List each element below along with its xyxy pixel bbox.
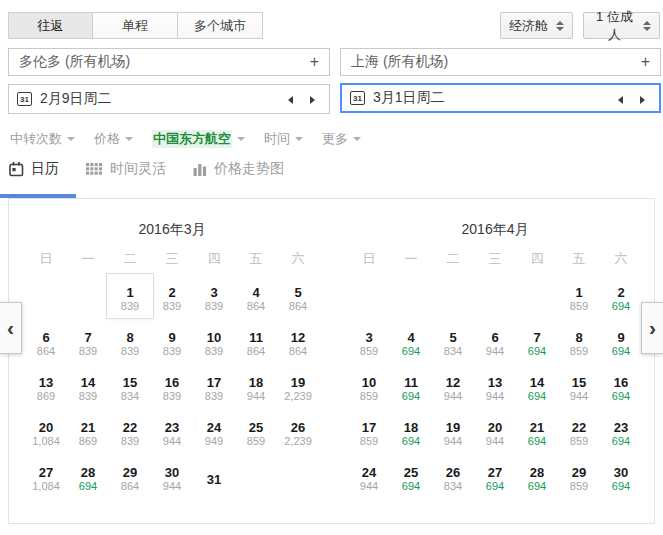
filter-price[interactable]: 价格 xyxy=(94,130,133,148)
calendar-day-cell[interactable]: 24949 xyxy=(193,410,235,455)
calendar-day-cell[interactable]: 1859 xyxy=(558,275,600,320)
calendar-day-cell[interactable]: 6864 xyxy=(25,320,67,365)
calendar-day-cell[interactable]: 3839 xyxy=(193,275,235,320)
prev-day-icon[interactable] xyxy=(618,96,623,104)
calendar-day-cell[interactable]: 20944 xyxy=(474,410,516,455)
calendar-day-cell[interactable]: 25694 xyxy=(390,455,432,500)
calendar-day-cell[interactable]: 201,084 xyxy=(25,410,67,455)
calendar-day-cell[interactable]: 16839 xyxy=(151,365,193,410)
depart-date-field[interactable]: 31 2月9日周二 xyxy=(8,84,330,114)
calendar-day-cell[interactable]: 15944 xyxy=(558,365,600,410)
calendar-day-cell[interactable]: 23694 xyxy=(600,410,642,455)
calendar-day-cell[interactable]: 9694 xyxy=(600,320,642,365)
calendar-day-cell[interactable]: 8839 xyxy=(109,320,151,365)
calendar-day-cell[interactable]: 5834 xyxy=(432,320,474,365)
calendar-day-cell[interactable]: 30944 xyxy=(151,455,193,500)
calendar-day-cell[interactable]: 16694 xyxy=(600,365,642,410)
calendar-day-cell[interactable]: 18694 xyxy=(390,410,432,455)
trip-tab-multicity[interactable]: 多个城市 xyxy=(178,12,263,39)
calendar-day-cell[interactable]: 30694 xyxy=(600,455,642,500)
filter-times[interactable]: 时间 xyxy=(264,130,303,148)
calendar-day-cell[interactable]: 13944 xyxy=(474,365,516,410)
day-number: 27 xyxy=(488,465,502,480)
calendar-day-cell[interactable]: 3859 xyxy=(348,320,390,365)
day-of-week-header: 五 xyxy=(558,243,600,275)
tab-calendar[interactable]: 日历 xyxy=(9,160,59,178)
calendar-day-cell[interactable]: 11864 xyxy=(235,320,277,365)
calendar-day-cell[interactable]: 14839 xyxy=(67,365,109,410)
calendar-day-cell[interactable]: 6944 xyxy=(474,320,516,365)
calendar-day-cell[interactable]: 25859 xyxy=(235,410,277,455)
calendar-day-cell[interactable]: 13869 xyxy=(25,365,67,410)
add-destination-airport-button[interactable]: + xyxy=(641,53,650,71)
calendar-day-cell[interactable]: 28694 xyxy=(516,455,558,500)
calendar-day-cell[interactable]: 2839 xyxy=(151,275,193,320)
calendar-day-cell[interactable]: 21694 xyxy=(516,410,558,455)
calendar-day-cell[interactable]: 22839 xyxy=(109,410,151,455)
calendar-day-cell[interactable]: 8859 xyxy=(558,320,600,365)
next-day-icon[interactable] xyxy=(640,96,645,104)
day-number: 5 xyxy=(449,330,456,345)
calendar-day-cell[interactable]: 23944 xyxy=(151,410,193,455)
calendar-day-cell[interactable]: 11694 xyxy=(390,365,432,410)
calendar-day-cell[interactable]: 271,084 xyxy=(25,455,67,500)
filter-more[interactable]: 更多 xyxy=(322,130,361,148)
return-date-field[interactable]: 31 3月1日周二 xyxy=(340,83,661,113)
calendar-day-cell[interactable]: 262,239 xyxy=(277,410,319,455)
trip-tab-roundtrip[interactable]: 往返 xyxy=(8,12,93,39)
calendar-day-cell[interactable]: 15834 xyxy=(109,365,151,410)
calendar-day-cell[interactable]: 28694 xyxy=(67,455,109,500)
calendar-day-cell[interactable]: 14694 xyxy=(516,365,558,410)
calendar-day-cell[interactable]: 17839 xyxy=(193,365,235,410)
day-number: 8 xyxy=(126,330,133,345)
calendar-day-cell[interactable]: 1839 xyxy=(109,275,151,320)
calendar-day-cell[interactable]: 17859 xyxy=(348,410,390,455)
calendar-day-cell[interactable]: 27694 xyxy=(474,455,516,500)
calendar-day-cell[interactable]: 10839 xyxy=(193,320,235,365)
calendar-empty-cell xyxy=(474,275,516,320)
calendar-day-cell[interactable]: 18944 xyxy=(235,365,277,410)
calendar-day-cell[interactable]: 2694 xyxy=(600,275,642,320)
add-origin-airport-button[interactable]: + xyxy=(310,53,319,71)
calendar-day-cell[interactable]: 26834 xyxy=(432,455,474,500)
calendar-day-cell[interactable]: 21869 xyxy=(67,410,109,455)
day-number: 22 xyxy=(572,420,586,435)
filter-label: 中转次数 xyxy=(10,130,62,148)
calendar-day-cell[interactable]: 31 xyxy=(193,455,235,500)
calendar-day-cell[interactable]: 29864 xyxy=(109,455,151,500)
calendar-day-cell[interactable]: 4694 xyxy=(390,320,432,365)
spinner-icon xyxy=(643,21,651,31)
filter-airline-china-eastern[interactable]: 中国东方航空 xyxy=(152,130,245,148)
chevron-down-icon xyxy=(295,137,303,141)
passenger-select[interactable]: 1 位成人 xyxy=(583,12,660,39)
calendar-day-cell[interactable]: 192,239 xyxy=(277,365,319,410)
calendar-day-cell[interactable]: 19944 xyxy=(432,410,474,455)
day-price: 944 xyxy=(570,390,588,403)
day-number: 19 xyxy=(291,375,305,390)
prev-month-button[interactable]: ‹ xyxy=(0,302,22,354)
day-number: 3 xyxy=(365,330,372,345)
calendar-day-cell[interactable]: 7694 xyxy=(516,320,558,365)
next-month-button[interactable]: › xyxy=(641,302,663,354)
tab-flexible-dates[interactable]: 时间灵活 xyxy=(86,160,166,178)
calendar-day-cell[interactable]: 10859 xyxy=(348,365,390,410)
calendar-day-cell[interactable]: 24944 xyxy=(348,455,390,500)
filter-stops[interactable]: 中转次数 xyxy=(10,130,75,148)
calendar-day-cell[interactable]: 7839 xyxy=(67,320,109,365)
calendar-day-cell[interactable]: 12864 xyxy=(277,320,319,365)
destination-field[interactable]: 上海 (所有机场) + xyxy=(340,48,661,76)
day-price: 944 xyxy=(163,480,181,493)
next-day-icon[interactable] xyxy=(310,96,315,104)
calendar-day-cell[interactable]: 5864 xyxy=(277,275,319,320)
day-number: 15 xyxy=(572,375,586,390)
cabin-class-select[interactable]: 经济舱 xyxy=(500,12,573,39)
calendar-day-cell[interactable]: 12944 xyxy=(432,365,474,410)
tab-price-graph[interactable]: 价格走势图 xyxy=(193,160,284,178)
calendar-day-cell[interactable]: 29859 xyxy=(558,455,600,500)
trip-tab-oneway[interactable]: 单程 xyxy=(93,12,178,39)
prev-day-icon[interactable] xyxy=(288,96,293,104)
calendar-day-cell[interactable]: 9839 xyxy=(151,320,193,365)
origin-field[interactable]: 多伦多 (所有机场) + xyxy=(8,48,330,76)
calendar-day-cell[interactable]: 4864 xyxy=(235,275,277,320)
calendar-day-cell[interactable]: 22859 xyxy=(558,410,600,455)
